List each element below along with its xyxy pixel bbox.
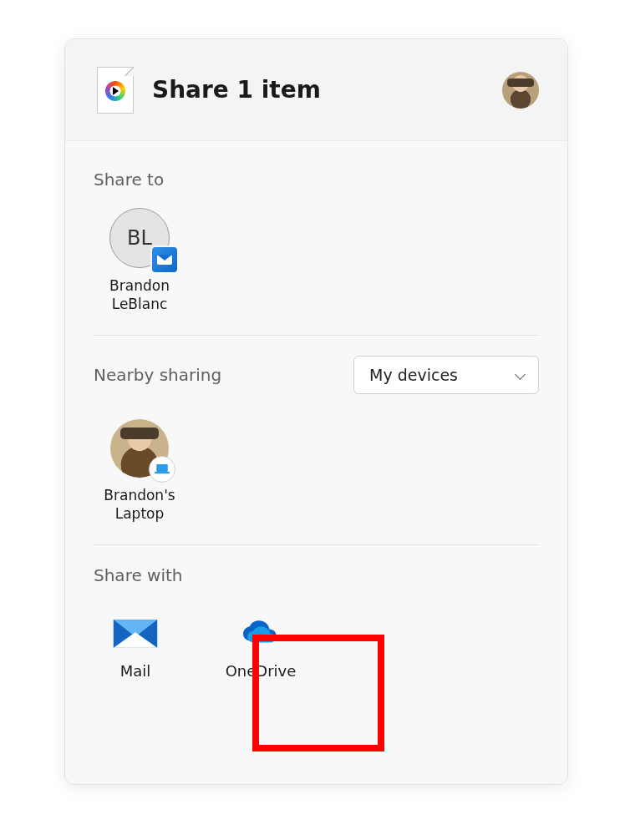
device-owner-avatar — [110, 419, 169, 478]
contact-initials: BL — [127, 226, 152, 250]
mail-icon — [111, 615, 160, 652]
divider — [94, 544, 539, 545]
share-app-mail[interactable]: Mail — [94, 609, 177, 686]
app-label: Mail — [94, 662, 177, 680]
share-with-label: Share with — [94, 565, 539, 585]
share-dialog-body: Share to BL Brandon LeBlanc Nearby shari… — [65, 141, 567, 686]
svg-rect-1 — [155, 472, 170, 473]
share-dialog-header: Share 1 item — [65, 39, 567, 141]
app-label: OneDrive — [219, 662, 302, 680]
nearby-sharing-label: Nearby sharing — [94, 365, 221, 385]
contact-avatar: BL — [109, 208, 170, 268]
laptop-badge-icon — [149, 456, 175, 483]
file-thumbnail-icon — [97, 67, 134, 114]
chevron-down-icon — [515, 369, 526, 381]
share-app-onedrive[interactable]: OneDrive — [219, 609, 302, 686]
outlook-badge-icon — [152, 247, 177, 272]
onedrive-icon — [236, 615, 285, 652]
dropdown-selected: My devices — [369, 366, 458, 384]
contact-name: Brandon LeBlanc — [94, 276, 185, 313]
nearby-scope-dropdown[interactable]: My devices — [353, 356, 539, 394]
device-name: Brandon's Laptop — [94, 486, 185, 523]
user-avatar[interactable] — [502, 72, 539, 109]
svg-rect-0 — [156, 464, 168, 472]
share-to-label: Share to — [94, 170, 539, 190]
divider — [94, 335, 539, 336]
play-icon — [105, 81, 125, 101]
contact-tile[interactable]: BL Brandon LeBlanc — [94, 208, 185, 313]
dialog-title: Share 1 item — [152, 76, 502, 104]
share-dialog: Share 1 item Share to BL Brandon LeBlanc… — [64, 38, 568, 785]
nearby-device-tile[interactable]: Brandon's Laptop — [94, 419, 185, 523]
